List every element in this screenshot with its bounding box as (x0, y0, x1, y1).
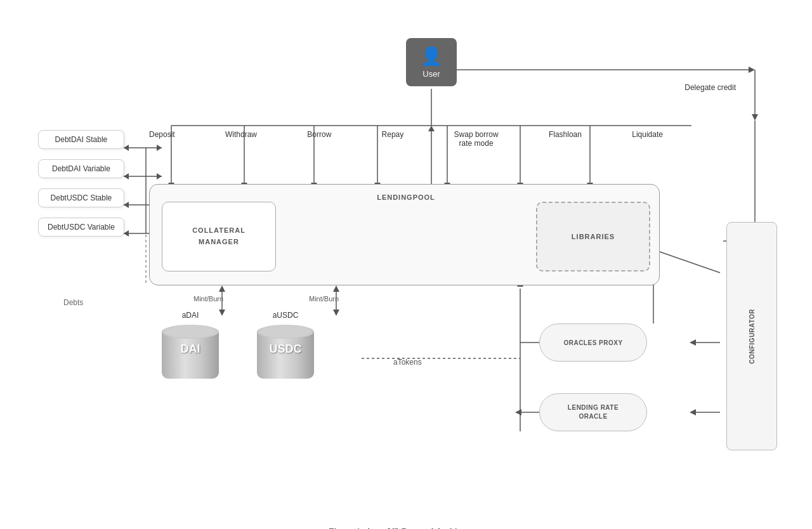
user-box: 👤 User (406, 38, 457, 86)
atoken-section: aDAI DAI aUSDC USDC (162, 311, 314, 382)
action-swap: Swap borrowrate mode (454, 130, 499, 148)
adai-top (162, 325, 219, 339)
figure-caption: Figure 1: Aave V2 Protocol Architecture (25, 526, 787, 529)
debt-usdc-variable: DebtUSDC Variable (38, 218, 124, 237)
svg-marker-38 (219, 285, 225, 292)
svg-marker-40 (333, 310, 339, 316)
action-deposit: Deposit (149, 130, 175, 139)
svg-marker-53 (690, 339, 696, 346)
lending-rate-oracle-box: LENDING RATEORACLE (539, 393, 647, 431)
action-repay: Repay (382, 130, 404, 139)
svg-marker-55 (690, 409, 696, 415)
page-container: 👤 User Delegate credit Deposit Withdraw … (13, 13, 799, 529)
configurator-box: CONFIGURATOR (726, 222, 777, 450)
collateral-manager-box: COLLATERALMANAGER (162, 202, 276, 271)
debts-label: Debts (63, 298, 83, 307)
libraries-label: LIBRARIES (572, 233, 615, 240)
svg-marker-41 (333, 285, 339, 292)
diagram: 👤 User Delegate credit Deposit Withdraw … (25, 32, 787, 514)
adai-label: aDAI (182, 311, 199, 320)
ausdc-cylinder: USDC (257, 325, 314, 382)
action-borrow: Borrow (307, 130, 331, 139)
mint-burn-usdc: Mint/Burn (309, 295, 339, 303)
adai-cylinder: DAI (162, 325, 219, 382)
oracles-proxy-label: ORACLES PROXY (563, 339, 622, 346)
debt-dai-variable: DebtDAI Variable (38, 159, 124, 178)
configurator-label: CONFIGURATOR (749, 309, 756, 364)
debt-dai-stable: DebtDAI Stable (38, 130, 124, 149)
action-flashloan: Flashloan (549, 130, 582, 139)
debt-tokens-group: DebtDAI Stable DebtDAI Variable DebtUSDC… (38, 130, 124, 237)
adai-box: aDAI DAI (162, 311, 219, 382)
libraries-box: LIBRARIES (536, 202, 650, 271)
lendingpool-label: LENDINGPOOL (377, 193, 435, 201)
svg-marker-57 (515, 409, 521, 415)
ausdc-text: USDC (269, 343, 301, 356)
svg-marker-24 (124, 145, 129, 151)
user-icon: 👤 (421, 46, 443, 67)
svg-marker-27 (124, 173, 129, 180)
svg-marker-3 (752, 114, 758, 121)
delegate-credit-label: Delegate credit (684, 82, 736, 93)
svg-marker-26 (157, 173, 162, 180)
svg-marker-30 (124, 202, 129, 208)
lending-rate-oracle-label: LENDING RATEORACLE (568, 403, 619, 421)
svg-marker-33 (124, 230, 129, 237)
svg-marker-1 (749, 67, 755, 73)
ausdc-top (257, 325, 314, 339)
action-liquidate: Liquidate (632, 130, 663, 139)
oracles-proxy-box: ORACLES PROXY (539, 323, 647, 362)
adai-text: DAI (181, 343, 200, 356)
action-withdraw: Withdraw (225, 130, 257, 139)
ausdc-box: aUSDC USDC (257, 311, 314, 382)
mint-burn-dai: Mint/Burn (193, 295, 223, 303)
actions-row: Deposit Withdraw Borrow Repay Swap borro… (149, 130, 663, 148)
collateral-manager-label: COLLATERALMANAGER (192, 225, 246, 247)
atokens-label: aTokens (393, 358, 422, 367)
user-label: User (422, 69, 440, 79)
debt-usdc-stable: DebtUSDC Stable (38, 188, 124, 207)
ausdc-label: aUSDC (273, 311, 299, 320)
